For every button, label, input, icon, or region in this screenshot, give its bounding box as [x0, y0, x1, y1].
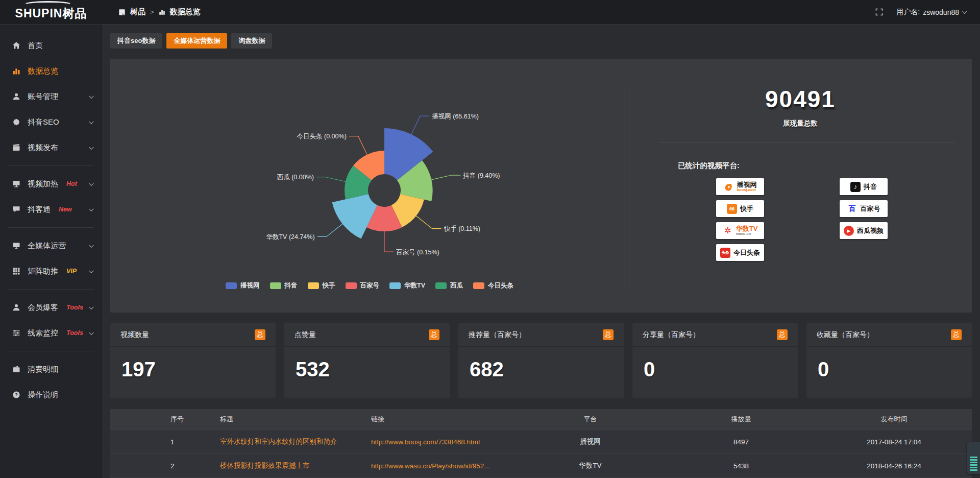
stat-value: 0 — [632, 347, 798, 381]
total-badge[interactable]: 总 — [777, 329, 788, 340]
platform-logo-grid: 播视网boosj.com 66 快手 ✲ 华数TVwasu.cn 头条 今日 — [716, 178, 972, 261]
bar-chart-icon — [12, 67, 20, 75]
video-title-link[interactable]: 楼体投影灯投影效果震撼上市 — [214, 461, 365, 470]
video-icon — [12, 144, 20, 152]
breadcrumb: 树品 > 数据总览 — [118, 7, 201, 17]
pie-label-4: 华数TV (24.74%) — [266, 233, 314, 241]
row-publish-time: 2017-08-24 17:04 — [816, 438, 972, 446]
tab-inquiry-data[interactable]: 询盘数据 — [231, 33, 272, 49]
row-views: 8497 — [666, 438, 816, 446]
tab-omnimedia-data[interactable]: 全媒体运营数据 — [166, 33, 227, 49]
row-publish-time: 2018-04-26 16:24 — [816, 462, 972, 470]
grid-icon — [12, 267, 20, 275]
pie-label-0: 播视网 (65.61%) — [432, 113, 479, 120]
legend-item-4[interactable]: 华数TV — [389, 281, 425, 290]
stat-card-video-count: 视频数量总 197 — [110, 323, 276, 398]
baijiahao-logo-icon: 百 — [847, 204, 857, 214]
chevron-down-icon — [89, 181, 94, 186]
total-badge[interactable]: 总 — [255, 329, 265, 340]
legend-item-2[interactable]: 快手 — [308, 281, 335, 290]
kuaishou-logo-icon: 66 — [727, 204, 737, 214]
xigua-logo-icon: ▶ — [844, 226, 854, 236]
legend-swatch — [389, 282, 401, 289]
platform-badge-kuaishou: 66 快手 — [716, 200, 764, 217]
top-header: SHUPIN树品 树品 > 数据总览 用户名: zswodun88 — [0, 0, 980, 25]
total-badge[interactable]: 总 — [951, 329, 962, 340]
videos-table: 序号 标题 链接 平台 播放量 发布时间 1 室外水纹灯和室内水纹灯的区别和简介… — [110, 409, 972, 478]
sidebar-item-help[interactable]: ? 操作说明 — [0, 382, 102, 408]
legend-item-5[interactable]: 西瓜 — [435, 281, 463, 290]
bar-chart-icon — [159, 9, 165, 15]
legend-label: 西瓜 — [450, 281, 463, 290]
stat-value: 682 — [458, 347, 624, 381]
chevron-down-icon — [89, 304, 94, 309]
app-logo[interactable]: SHUPIN树品 — [0, 0, 102, 25]
gear-icon — [12, 118, 20, 126]
legend-label: 播视网 — [240, 281, 260, 290]
tab-douyin-seo-data[interactable]: 抖音seo数据 — [110, 33, 162, 49]
summary-divider — [658, 142, 954, 142]
sidebar-divider — [8, 351, 93, 351]
breadcrumb-root[interactable]: 树品 — [130, 7, 145, 17]
pie-label-line-3 — [384, 231, 394, 252]
total-badge[interactable]: 总 — [603, 329, 614, 340]
vip-badge: VIP — [66, 268, 77, 275]
sidebar-item-douketong[interactable]: 抖客通 New — [0, 197, 102, 222]
legend-item-6[interactable]: 今日头条 — [473, 281, 513, 290]
platform-badge-xigua: ▶ 西瓜视频 — [840, 222, 888, 239]
platform-badge-wasu: ✲ 华数TVwasu.cn — [716, 222, 764, 239]
chart-area: 播视网 (65.61%)抖音 (9.40%)快手 (0.11%)百家号 (0.1… — [110, 59, 629, 313]
video-title-link[interactable]: 室外水纹灯和室内水纹灯的区别和简介 — [214, 437, 365, 446]
boosj-logo-icon — [724, 182, 734, 192]
sidebar-item-video-publish[interactable]: 视频发布 — [0, 135, 102, 160]
pie-label-line-4 — [317, 224, 342, 236]
video-url-link[interactable]: http://www.wasu.cn/Play/show/id/952... — [365, 462, 514, 470]
sidebar: 首页 数据总览 账号管理 抖音SEO 视频发布 视频加热 Hot — [0, 25, 102, 478]
window-icon — [118, 9, 126, 16]
pie-label-line-1 — [431, 175, 460, 180]
platform-badge-boosj: 播视网boosj.com — [716, 178, 764, 195]
sidebar-item-douyin-seo[interactable]: 抖音SEO — [0, 109, 102, 135]
table-header: 序号 标题 链接 平台 播放量 发布时间 — [110, 409, 972, 429]
stat-card-likes: 点赞量总 532 — [284, 323, 450, 398]
sidebar-item-home[interactable]: 首页 — [0, 33, 102, 58]
legend-label: 百家号 — [360, 281, 380, 290]
logo-text: SHUPIN树品 — [15, 6, 87, 21]
data-tabs: 抖音seo数据 全媒体运营数据 询盘数据 — [110, 33, 972, 49]
user-menu[interactable]: 用户名: zswodun88 — [896, 8, 966, 17]
wasu-logo-icon: ✲ — [723, 226, 733, 236]
sidebar-item-omnimedia[interactable]: 全媒体运营 — [0, 233, 102, 258]
rose-chart: 播视网 (65.61%)抖音 (9.40%)快手 (0.11%)百家号 (0.1… — [110, 59, 629, 313]
platforms-label: 已统计的视频平台: — [678, 161, 972, 171]
platform-logo-col-left: 播视网boosj.com 66 快手 ✲ 华数TVwasu.cn 头条 今日 — [716, 178, 764, 261]
sidebar-item-matrix-boost[interactable]: 矩阵助推 VIP — [0, 258, 102, 284]
toutiao-logo-icon: 头条 — [720, 248, 730, 258]
chevron-down-icon — [89, 119, 94, 124]
pie-slice-4[interactable] — [332, 194, 378, 238]
sidebar-item-video-heating[interactable]: 视频加热 Hot — [0, 171, 102, 197]
fullscreen-icon[interactable] — [875, 8, 883, 16]
pie-label-3: 百家号 (0.15%) — [396, 249, 439, 256]
stat-cards-row: 视频数量总 197 点赞量总 532 推荐量（百家号）总 682 分享量（百家号… — [110, 323, 972, 398]
sidebar-item-member-burst[interactable]: 会员爆客 Tools — [0, 295, 102, 320]
chat-icon — [12, 205, 20, 213]
pie-label-line-0 — [411, 116, 429, 134]
legend-label: 今日头条 — [488, 281, 513, 290]
sidebar-item-lead-monitor[interactable]: 线索监控 Tools — [0, 320, 102, 346]
legend-label: 快手 — [323, 281, 335, 290]
floating-widget[interactable] — [967, 442, 980, 474]
sidebar-item-spend-detail[interactable]: 消费明细 — [0, 356, 102, 382]
total-badge[interactable]: 总 — [429, 329, 439, 340]
video-url-link[interactable]: http://www.boosj.com/7338468.html — [365, 438, 514, 446]
row-platform: 播视网 — [514, 437, 666, 446]
legend-swatch — [473, 282, 484, 289]
legend-item-1[interactable]: 抖音 — [270, 281, 298, 290]
legend-item-0[interactable]: 播视网 — [226, 281, 260, 290]
pie-label-line-6 — [349, 136, 367, 155]
sidebar-item-data-overview[interactable]: 数据总览 — [0, 58, 102, 84]
chart-panel: 播视网 (65.61%)抖音 (9.40%)快手 (0.11%)百家号 (0.1… — [110, 59, 972, 313]
legend-item-3[interactable]: 百家号 — [346, 281, 380, 290]
sidebar-item-account[interactable]: 账号管理 — [0, 84, 102, 109]
chevron-down-icon — [89, 206, 94, 211]
hot-badge: Hot — [66, 180, 77, 187]
